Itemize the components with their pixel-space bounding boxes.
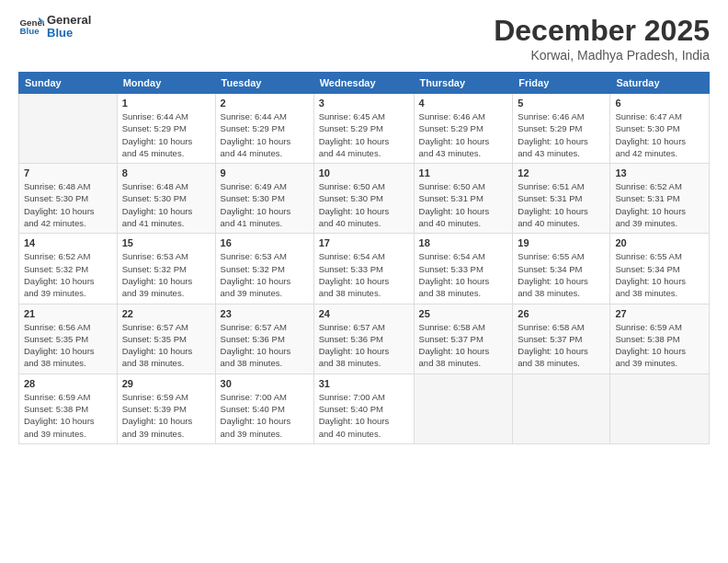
month-title: December 2025 <box>494 14 710 48</box>
table-row: 3Sunrise: 6:45 AM Sunset: 5:29 PM Daylig… <box>313 94 414 164</box>
table-row <box>513 373 610 443</box>
day-number: 6 <box>615 98 704 109</box>
title-block: December 2025 Korwai, Madhya Pradesh, In… <box>494 14 710 63</box>
table-row: 13Sunrise: 6:52 AM Sunset: 5:31 PM Dayli… <box>610 164 710 234</box>
table-row: 25Sunrise: 6:58 AM Sunset: 5:37 PM Dayli… <box>414 304 513 373</box>
day-number: 5 <box>518 98 605 109</box>
day-number: 30 <box>221 378 309 389</box>
table-row: 4Sunrise: 6:46 AM Sunset: 5:29 PM Daylig… <box>414 94 513 164</box>
table-row: 23Sunrise: 6:57 AM Sunset: 5:36 PM Dayli… <box>215 304 313 373</box>
logo-general: General <box>47 14 91 27</box>
col-thursday: Thursday <box>414 73 513 94</box>
day-info: Sunrise: 6:59 AM Sunset: 5:38 PM Dayligh… <box>615 321 704 370</box>
day-info: Sunrise: 6:58 AM Sunset: 5:37 PM Dayligh… <box>419 321 508 370</box>
day-info: Sunrise: 6:54 AM Sunset: 5:33 PM Dayligh… <box>419 250 508 299</box>
table-row: 26Sunrise: 6:58 AM Sunset: 5:37 PM Dayli… <box>513 304 610 373</box>
table-row: 9Sunrise: 6:49 AM Sunset: 5:30 PM Daylig… <box>215 164 313 234</box>
day-info: Sunrise: 6:49 AM Sunset: 5:30 PM Dayligh… <box>221 180 309 229</box>
table-row: 6Sunrise: 6:47 AM Sunset: 5:30 PM Daylig… <box>610 94 710 164</box>
day-number: 8 <box>122 167 210 178</box>
day-info: Sunrise: 6:59 AM Sunset: 5:39 PM Dayligh… <box>122 391 210 440</box>
table-row: 31Sunrise: 7:00 AM Sunset: 5:40 PM Dayli… <box>313 373 414 443</box>
day-info: Sunrise: 6:54 AM Sunset: 5:33 PM Dayligh… <box>319 250 409 299</box>
day-info: Sunrise: 6:48 AM Sunset: 5:30 PM Dayligh… <box>122 180 210 229</box>
day-number: 26 <box>518 308 605 319</box>
table-row <box>610 373 710 443</box>
day-number: 18 <box>419 237 508 248</box>
day-number: 1 <box>122 98 210 109</box>
calendar-table: Sunday Monday Tuesday Wednesday Thursday… <box>18 72 710 444</box>
table-row: 8Sunrise: 6:48 AM Sunset: 5:30 PM Daylig… <box>117 164 215 234</box>
table-row: 24Sunrise: 6:57 AM Sunset: 5:36 PM Dayli… <box>313 304 414 373</box>
svg-text:Blue: Blue <box>19 27 40 37</box>
table-row: 20Sunrise: 6:55 AM Sunset: 5:34 PM Dayli… <box>610 234 710 304</box>
page: General Blue General Blue December 2025 … <box>0 0 728 563</box>
col-monday: Monday <box>117 73 215 94</box>
day-number: 3 <box>319 98 409 109</box>
day-info: Sunrise: 6:59 AM Sunset: 5:38 PM Dayligh… <box>24 391 112 440</box>
day-number: 13 <box>615 167 704 178</box>
day-number: 23 <box>221 308 309 319</box>
day-number: 22 <box>122 308 210 319</box>
table-row <box>414 373 513 443</box>
day-number: 25 <box>419 308 508 319</box>
day-number: 29 <box>122 378 210 389</box>
table-row: 2Sunrise: 6:44 AM Sunset: 5:29 PM Daylig… <box>215 94 313 164</box>
day-number: 20 <box>615 237 704 248</box>
day-number: 14 <box>24 237 112 248</box>
day-info: Sunrise: 6:45 AM Sunset: 5:29 PM Dayligh… <box>319 110 409 159</box>
day-number: 12 <box>518 167 605 178</box>
day-info: Sunrise: 6:56 AM Sunset: 5:35 PM Dayligh… <box>24 321 112 370</box>
table-row: 18Sunrise: 6:54 AM Sunset: 5:33 PM Dayli… <box>414 234 513 304</box>
location-subtitle: Korwai, Madhya Pradesh, India <box>494 48 710 63</box>
calendar-week-row: 21Sunrise: 6:56 AM Sunset: 5:35 PM Dayli… <box>19 304 710 373</box>
col-tuesday: Tuesday <box>215 73 313 94</box>
calendar-week-row: 7Sunrise: 6:48 AM Sunset: 5:30 PM Daylig… <box>19 164 710 234</box>
table-row: 5Sunrise: 6:46 AM Sunset: 5:29 PM Daylig… <box>513 94 610 164</box>
calendar-week-row: 1Sunrise: 6:44 AM Sunset: 5:29 PM Daylig… <box>19 94 710 164</box>
day-info: Sunrise: 6:48 AM Sunset: 5:30 PM Dayligh… <box>24 180 112 229</box>
day-number: 17 <box>319 237 409 248</box>
day-info: Sunrise: 6:53 AM Sunset: 5:32 PM Dayligh… <box>221 250 309 299</box>
table-row: 16Sunrise: 6:53 AM Sunset: 5:32 PM Dayli… <box>215 234 313 304</box>
calendar-header-row: Sunday Monday Tuesday Wednesday Thursday… <box>19 73 710 94</box>
table-row: 17Sunrise: 6:54 AM Sunset: 5:33 PM Dayli… <box>313 234 414 304</box>
table-row: 10Sunrise: 6:50 AM Sunset: 5:30 PM Dayli… <box>313 164 414 234</box>
table-row: 1Sunrise: 6:44 AM Sunset: 5:29 PM Daylig… <box>117 94 215 164</box>
calendar-week-row: 14Sunrise: 6:52 AM Sunset: 5:32 PM Dayli… <box>19 234 710 304</box>
day-info: Sunrise: 7:00 AM Sunset: 5:40 PM Dayligh… <box>319 391 409 440</box>
table-row: 22Sunrise: 6:57 AM Sunset: 5:35 PM Dayli… <box>117 304 215 373</box>
logo-icon: General Blue <box>18 14 44 40</box>
table-row: 19Sunrise: 6:55 AM Sunset: 5:34 PM Dayli… <box>513 234 610 304</box>
day-number: 31 <box>319 378 409 389</box>
day-number: 9 <box>221 167 309 178</box>
day-number: 11 <box>419 167 508 178</box>
day-info: Sunrise: 6:51 AM Sunset: 5:31 PM Dayligh… <box>518 180 605 229</box>
day-info: Sunrise: 6:44 AM Sunset: 5:29 PM Dayligh… <box>122 110 210 159</box>
day-info: Sunrise: 6:55 AM Sunset: 5:34 PM Dayligh… <box>615 250 704 299</box>
table-row: 12Sunrise: 6:51 AM Sunset: 5:31 PM Dayli… <box>513 164 610 234</box>
day-number: 16 <box>221 237 309 248</box>
table-row: 28Sunrise: 6:59 AM Sunset: 5:38 PM Dayli… <box>19 373 118 443</box>
day-info: Sunrise: 6:50 AM Sunset: 5:31 PM Dayligh… <box>419 180 508 229</box>
logo-blue: Blue <box>47 27 91 40</box>
day-number: 7 <box>24 167 112 178</box>
day-info: Sunrise: 7:00 AM Sunset: 5:40 PM Dayligh… <box>221 391 309 440</box>
day-info: Sunrise: 6:46 AM Sunset: 5:29 PM Dayligh… <box>419 110 508 159</box>
day-number: 27 <box>615 308 704 319</box>
day-info: Sunrise: 6:57 AM Sunset: 5:36 PM Dayligh… <box>221 321 309 370</box>
table-row: 27Sunrise: 6:59 AM Sunset: 5:38 PM Dayli… <box>610 304 710 373</box>
col-saturday: Saturday <box>610 73 710 94</box>
day-info: Sunrise: 6:57 AM Sunset: 5:35 PM Dayligh… <box>122 321 210 370</box>
day-info: Sunrise: 6:57 AM Sunset: 5:36 PM Dayligh… <box>319 321 409 370</box>
day-number: 4 <box>419 98 508 109</box>
table-row: 29Sunrise: 6:59 AM Sunset: 5:39 PM Dayli… <box>117 373 215 443</box>
col-friday: Friday <box>513 73 610 94</box>
day-number: 21 <box>24 308 112 319</box>
day-number: 15 <box>122 237 210 248</box>
calendar-week-row: 28Sunrise: 6:59 AM Sunset: 5:38 PM Dayli… <box>19 373 710 443</box>
day-number: 2 <box>221 98 309 109</box>
day-number: 28 <box>24 378 112 389</box>
table-row: 21Sunrise: 6:56 AM Sunset: 5:35 PM Dayli… <box>19 304 118 373</box>
table-row: 15Sunrise: 6:53 AM Sunset: 5:32 PM Dayli… <box>117 234 215 304</box>
